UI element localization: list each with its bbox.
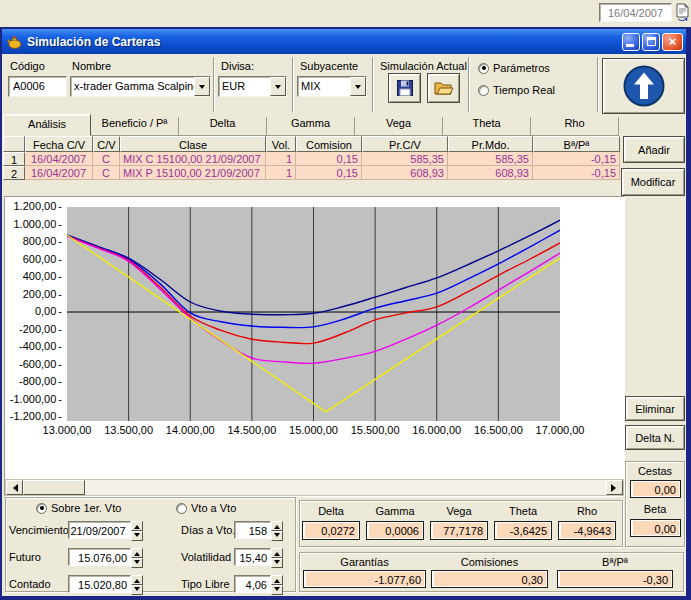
- nombre-combobox[interactable]: x-trader Gamma Scalping: [70, 76, 211, 97]
- spin-down-icon: [274, 587, 280, 594]
- tipo-spin-up[interactable]: [271, 575, 283, 585]
- greek-rho-label: Rho: [558, 505, 616, 517]
- subyacente-label: Subyacente: [300, 60, 358, 72]
- toolbar-separator: [597, 57, 599, 112]
- dias-spin-down[interactable]: [271, 531, 283, 541]
- column-header[interactable]: Pr.C/V: [362, 136, 448, 152]
- dias-spin-up[interactable]: [271, 521, 283, 531]
- open-simulation-button[interactable]: [427, 73, 460, 103]
- radio-tiempo-real-label: Tiempo Real: [493, 84, 555, 96]
- date-picker-button[interactable]: [674, 2, 691, 23]
- y-tick-label: 600,00: [4, 253, 62, 265]
- scroll-right-button[interactable]: [606, 480, 623, 495]
- toolbar-separator: [292, 57, 294, 112]
- futuro-spin-down[interactable]: [131, 558, 143, 568]
- scroll-right-icon: [611, 484, 620, 492]
- chart-horizontal-scrollbar[interactable]: [5, 479, 624, 496]
- close-button[interactable]: ×: [662, 33, 683, 51]
- column-header[interactable]: C/V: [93, 136, 120, 152]
- open-folder-icon: [434, 80, 454, 96]
- radio-sobre-1er-vto[interactable]: Sobre 1er. Vto: [36, 502, 121, 514]
- row-number-cell: 1: [3, 152, 25, 166]
- table-header-row: Fecha C/VC/VClaseVol.ComisionPr.C/VPr.Md…: [3, 136, 620, 152]
- total-garant-as-value: -1.077,60: [303, 570, 426, 588]
- column-header[interactable]: [3, 136, 25, 152]
- total-comisiones-value: 0,30: [431, 570, 548, 588]
- radio-sobre-label: Sobre 1er. Vto: [51, 502, 121, 514]
- subyacente-dropdown-button[interactable]: [350, 77, 366, 96]
- column-header[interactable]: Vol.: [266, 136, 296, 152]
- up-arrow-button[interactable]: [602, 58, 685, 114]
- radio-parametros[interactable]: Parámetros: [478, 62, 550, 74]
- save-simulation-button[interactable]: [388, 73, 421, 103]
- table-row[interactable]: 116/04/2007CMIX C 15100,00 21/09/200710,…: [3, 152, 620, 166]
- volatilidad-field[interactable]: 15,40: [234, 548, 283, 566]
- divisa-dropdown-button[interactable]: [270, 77, 286, 96]
- radio-selected-icon: [36, 503, 47, 514]
- column-header[interactable]: Pr.Mdo.: [448, 136, 533, 152]
- greek-delta-label: Delta: [302, 505, 360, 517]
- futuro-field[interactable]: 15.076,00: [68, 548, 143, 566]
- delta-n-label: Delta N.: [635, 432, 675, 444]
- volatilidad-label: Volatilidad: [181, 551, 231, 563]
- tab-theta[interactable]: Theta: [443, 117, 531, 136]
- scrollbar-thumb[interactable]: [23, 480, 85, 495]
- tab-an-lisis[interactable]: Análisis: [3, 114, 91, 136]
- maximize-icon: [647, 37, 656, 46]
- nombre-dropdown-button[interactable]: [194, 77, 210, 96]
- contado-field[interactable]: 15.020,80: [68, 575, 143, 593]
- divisa-value: EUR: [219, 77, 270, 96]
- delta-n-button[interactable]: Delta N.: [625, 425, 685, 450]
- greek-vega-label: Vega: [430, 505, 488, 517]
- spin-down-icon: [274, 560, 280, 567]
- column-header[interactable]: Clase: [120, 136, 266, 152]
- minimize-button[interactable]: [622, 33, 640, 51]
- vencimiento-label: Vencimiento: [9, 524, 69, 536]
- tipo-libre-field[interactable]: 4,06: [234, 575, 283, 593]
- vencimiento-field[interactable]: 21/09/2007: [68, 521, 143, 539]
- eliminar-button[interactable]: Eliminar: [625, 396, 685, 421]
- vencimiento-spin-up[interactable]: [131, 521, 143, 531]
- vol-spin-down[interactable]: [271, 558, 283, 568]
- date-field-value: 16/04/2007: [608, 7, 663, 19]
- titlebar[interactable]: Simulación de Carteras ×: [2, 29, 686, 54]
- scroll-left-button[interactable]: [6, 480, 23, 495]
- divisa-combobox[interactable]: EUR: [218, 76, 287, 97]
- total-b-p-value: -0,30: [557, 570, 673, 588]
- tipo-spin-down[interactable]: [271, 585, 283, 595]
- radio-tiempo-real[interactable]: Tiempo Real: [478, 84, 555, 96]
- futuro-spin-up[interactable]: [131, 548, 143, 558]
- vencimiento-spin-down[interactable]: [131, 531, 143, 541]
- spin-down-icon: [134, 560, 140, 567]
- dias-a-vto-field[interactable]: 158: [234, 521, 283, 539]
- table-cell: MIX P 15100,00 21/09/2007: [120, 166, 266, 180]
- radio-vto-a-vto[interactable]: Vto a Vto: [176, 502, 236, 514]
- tab-delta[interactable]: Delta: [179, 117, 267, 136]
- cestas-value: 0,00: [630, 480, 681, 498]
- y-tick-label: -800,00: [4, 375, 62, 387]
- contado-spin-down[interactable]: [131, 585, 143, 595]
- column-header[interactable]: Bª/Pª: [533, 136, 620, 152]
- spin-down-icon: [134, 587, 140, 594]
- tab-gamma[interactable]: Gamma: [267, 117, 355, 136]
- tab-rho[interactable]: Rho: [531, 117, 619, 136]
- maximize-button[interactable]: [642, 33, 660, 51]
- codigo-input[interactable]: A0006: [8, 76, 67, 97]
- vol-spin-up[interactable]: [271, 548, 283, 558]
- y-tick-label: 200,00: [4, 288, 62, 300]
- column-header[interactable]: Comision: [296, 136, 362, 152]
- tab-vega[interactable]: Vega: [355, 117, 443, 136]
- column-header[interactable]: Fecha C/V: [25, 136, 93, 152]
- scroll-left-icon: [9, 484, 18, 492]
- table-cell: -0,15: [533, 152, 620, 166]
- table-cell: 608,93: [448, 166, 533, 180]
- modificar-button[interactable]: Modificar: [621, 168, 685, 196]
- subyacente-combobox[interactable]: MIX: [297, 76, 367, 97]
- beta-label: Beta: [625, 503, 685, 515]
- tab-beneficio-p[interactable]: Beneficio / Pª: [91, 117, 179, 136]
- contado-spin-up[interactable]: [131, 575, 143, 585]
- date-field[interactable]: 16/04/2007: [599, 3, 672, 22]
- anadir-label: Añadir: [638, 144, 670, 156]
- anadir-button[interactable]: Añadir: [623, 136, 685, 163]
- table-row[interactable]: 216/04/2007CMIX P 15100,00 21/09/200710,…: [3, 166, 620, 180]
